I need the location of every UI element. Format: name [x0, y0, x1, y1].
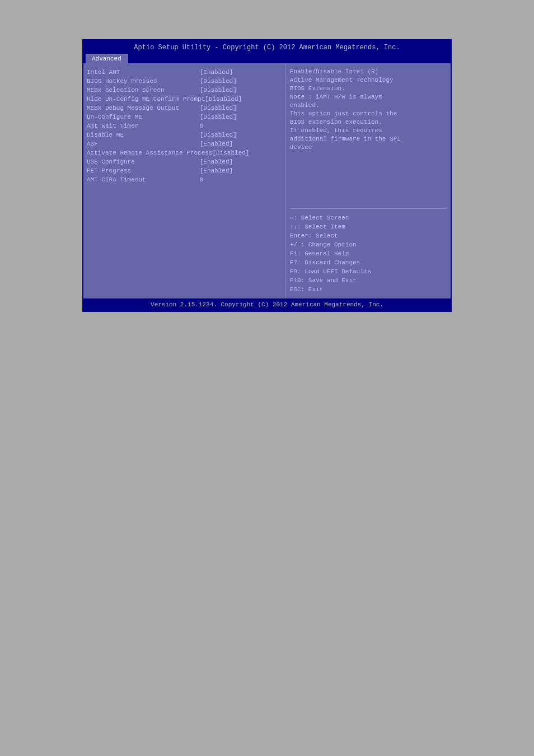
setting-name: Intel AMT: [87, 68, 200, 77]
help-line: additional firmware in the SPI: [290, 135, 446, 143]
setting-row[interactable]: Un-Configure ME[Disabled]: [87, 113, 282, 122]
key-help-line: ↑↓: Select Item: [290, 222, 446, 231]
title-bar: Aptio Setup Utility - Copyright (C) 2012…: [83, 40, 451, 53]
help-line: This option just controls the: [290, 110, 446, 118]
setting-row[interactable]: PET Progress[Enabled]: [87, 166, 282, 175]
help-panel: Enable/Disable Intel (R)Active Managemen…: [285, 63, 451, 298]
bios-window: Aptio Setup Utility - Copyright (C) 2012…: [82, 39, 452, 312]
setting-row[interactable]: MEBx Selection Screen[Disabled]: [87, 86, 282, 95]
setting-name: MEBx Debug Message Output: [87, 104, 200, 113]
setting-name: BIOS Hotkey Pressed: [87, 77, 200, 86]
footer-text: Version 2.15.1234. Copyright (C) 2012 Am…: [151, 301, 383, 308]
setting-row[interactable]: Hide Un-Config ME Confirm Prompt[Disable…: [87, 95, 282, 104]
settings-panel: Intel AMT[Enabled]BIOS Hotkey Pressed[Di…: [83, 63, 285, 298]
setting-value: [Enabled]: [200, 166, 282, 175]
setting-value: [Disabled]: [200, 130, 282, 139]
key-help: ↔: Select Screen↑↓: Select ItemEnter: Se…: [290, 213, 446, 294]
setting-row[interactable]: Disable ME[Disabled]: [87, 130, 282, 139]
footer: Version 2.15.1234. Copyright (C) 2012 Am…: [83, 298, 451, 311]
setting-value: [Disabled]: [200, 86, 282, 95]
help-line: Note : iAMT H/W is always: [290, 93, 446, 101]
setting-name: Activate Remote Assistance Process: [87, 148, 212, 157]
key-help-line: +/-: Change Option: [290, 240, 446, 249]
settings-list: Intel AMT[Enabled]BIOS Hotkey Pressed[Di…: [87, 68, 282, 184]
key-help-line: F7: Discard Changes: [290, 258, 446, 267]
setting-name: PET Progress: [87, 166, 200, 175]
setting-row[interactable]: Amt Wait Timer0: [87, 122, 282, 130]
help-line: BIOS extension execution.: [290, 118, 446, 127]
setting-row[interactable]: USB Configure[Enabled]: [87, 157, 282, 166]
help-line: If enabled, this requires: [290, 127, 446, 135]
setting-row[interactable]: ASF[Enabled]: [87, 139, 282, 148]
title-text: Aptio Setup Utility - Copyright (C) 2012…: [134, 44, 400, 52]
key-help-line: Enter: Select: [290, 231, 446, 240]
help-line: Active Management Technology: [290, 76, 446, 85]
tab-advanced[interactable]: Advanced: [86, 54, 128, 63]
setting-row[interactable]: Activate Remote Assistance Process[Disab…: [87, 148, 282, 157]
setting-value: [Enabled]: [200, 157, 282, 166]
setting-row[interactable]: MEBx Debug Message Output[Disabled]: [87, 104, 282, 113]
setting-value: [Disabled]: [200, 113, 282, 122]
help-line: Enable/Disable Intel (R): [290, 68, 446, 76]
help-line: BIOS Extension.: [290, 85, 446, 93]
setting-value: 0: [200, 122, 282, 130]
bios-content: Intel AMT[Enabled]BIOS Hotkey Pressed[Di…: [83, 63, 451, 298]
key-help-line: F1: General Help: [290, 249, 446, 258]
setting-name: USB Configure: [87, 157, 200, 166]
setting-value: [Enabled]: [200, 139, 282, 148]
setting-name: Hide Un-Config ME Confirm Prompt: [87, 95, 205, 104]
help-line: enabled.: [290, 101, 446, 110]
setting-name: Amt Wait Timer: [87, 122, 200, 130]
key-help-line: ↔: Select Screen: [290, 213, 446, 222]
divider: [290, 208, 446, 209]
key-help-line: ESC: Exit: [290, 285, 446, 294]
help-line: device: [290, 143, 446, 152]
setting-value: [Disabled]: [212, 148, 281, 157]
setting-name: Un-Configure ME: [87, 113, 200, 122]
setting-name: Disable ME: [87, 130, 200, 139]
setting-row[interactable]: AMT CIRA Timeout0: [87, 175, 282, 184]
setting-value: [Disabled]: [205, 95, 282, 104]
setting-row[interactable]: BIOS Hotkey Pressed[Disabled]: [87, 77, 282, 86]
key-help-line: F10: Save and Exit: [290, 276, 446, 285]
setting-value: [Disabled]: [200, 77, 282, 86]
setting-value: [Enabled]: [200, 68, 282, 77]
setting-value: [Disabled]: [200, 104, 282, 113]
tab-bar: Advanced: [83, 53, 451, 63]
setting-name: ASF: [87, 139, 200, 148]
key-help-line: F9: Load UEFI Defaults: [290, 267, 446, 276]
setting-name: MEBx Selection Screen: [87, 86, 200, 95]
help-text: Enable/Disable Intel (R)Active Managemen…: [290, 68, 446, 204]
setting-row[interactable]: Intel AMT[Enabled]: [87, 68, 282, 77]
setting-name: AMT CIRA Timeout: [87, 175, 200, 184]
setting-value: 0: [200, 175, 282, 184]
